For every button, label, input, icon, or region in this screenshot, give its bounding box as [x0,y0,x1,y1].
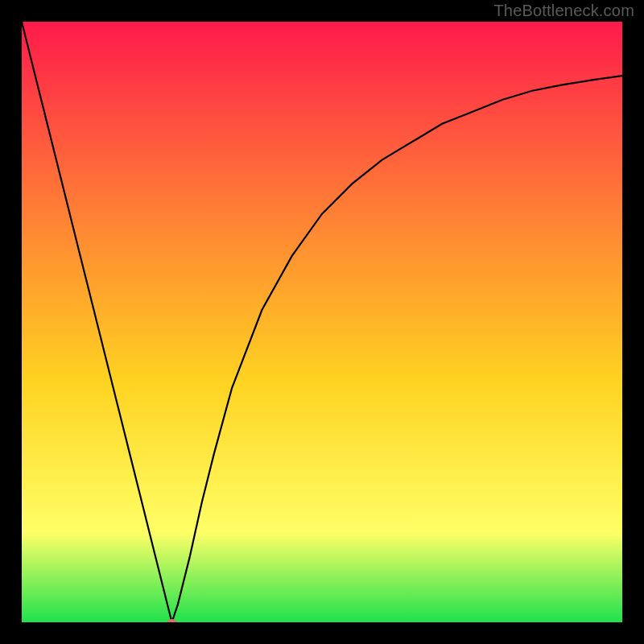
watermark-text: TheBottleneck.com [493,2,634,20]
chart-frame: TheBottleneck.com [0,0,644,644]
plot-area [22,22,622,622]
gradient-bg [22,22,622,622]
chart-svg [22,22,622,622]
